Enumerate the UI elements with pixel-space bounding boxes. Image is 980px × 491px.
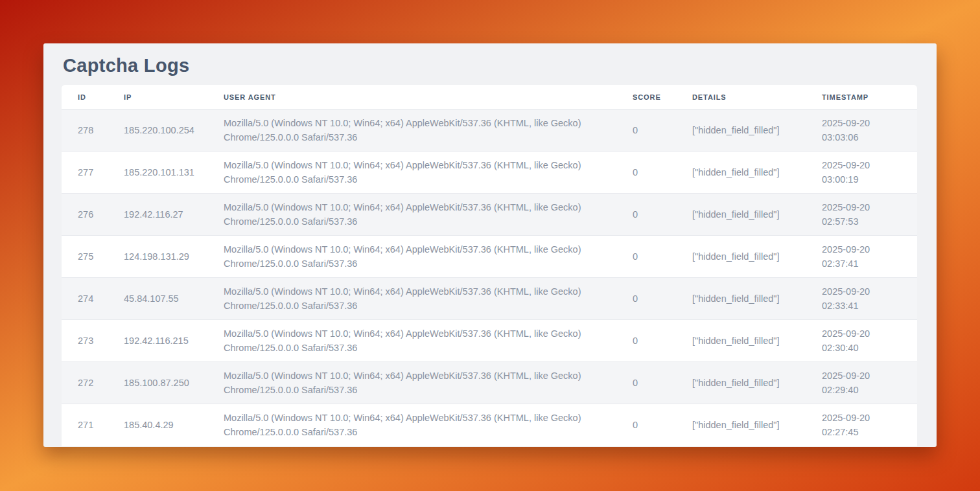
- cell-user-agent: Mozilla/5.0 (Windows NT 10.0; Win64; x64…: [207, 404, 616, 446]
- cell-timestamp: 2025-09-20 02:29:40: [806, 362, 917, 404]
- cell-id: 278: [62, 109, 108, 152]
- page-background: { "page": { "title": "Captcha Logs" }, "…: [0, 0, 980, 491]
- cell-score: 0: [616, 278, 676, 320]
- cell-id: 276: [62, 194, 108, 236]
- cell-details: ["hidden_field_filled"]: [676, 194, 806, 236]
- cell-details: ["hidden_field_filled"]: [676, 278, 806, 320]
- cell-ip: 124.198.131.29: [108, 236, 207, 278]
- cell-id: 271: [62, 404, 108, 446]
- column-header-id: ID: [62, 85, 108, 109]
- table-header-row: ID IP USER AGENT SCORE DETAILS TIMESTAMP: [62, 85, 917, 109]
- cell-details: ["hidden_field_filled"]: [676, 152, 806, 194]
- cell-user-agent: Mozilla/5.0 (Windows NT 10.0; Win64; x64…: [207, 236, 616, 278]
- cell-ip: 45.84.107.55: [108, 278, 207, 320]
- cell-timestamp: 2025-09-20 02:33:41: [806, 278, 917, 320]
- table-row: 277185.220.101.131Mozilla/5.0 (Windows N…: [62, 152, 917, 194]
- cell-details: ["hidden_field_filled"]: [676, 362, 806, 404]
- cell-ip: 185.100.87.250: [108, 362, 207, 404]
- cell-score: 0: [616, 236, 676, 278]
- cell-ip: 192.42.116.27: [108, 194, 207, 236]
- cell-user-agent: Mozilla/5.0 (Windows NT 10.0; Win64; x64…: [207, 109, 616, 152]
- table-row: 276192.42.116.27Mozilla/5.0 (Windows NT …: [62, 194, 917, 236]
- cell-score: 0: [616, 404, 676, 446]
- cell-score: 0: [616, 194, 676, 236]
- table-row: 275124.198.131.29Mozilla/5.0 (Windows NT…: [62, 236, 917, 278]
- table-row: 272185.100.87.250Mozilla/5.0 (Windows NT…: [62, 362, 917, 404]
- column-header-user-agent: USER AGENT: [207, 85, 616, 109]
- table-row: 27445.84.107.55Mozilla/5.0 (Windows NT 1…: [62, 278, 917, 320]
- cell-ip: 192.42.116.215: [108, 320, 207, 362]
- table-header: ID IP USER AGENT SCORE DETAILS TIMESTAMP: [62, 85, 917, 109]
- cell-score: 0: [616, 109, 676, 152]
- cell-user-agent: Mozilla/5.0 (Windows NT 10.0; Win64; x64…: [207, 320, 616, 362]
- log-table-body: 278185.220.100.254Mozilla/5.0 (Windows N…: [62, 109, 917, 446]
- cell-user-agent: Mozilla/5.0 (Windows NT 10.0; Win64; x64…: [207, 194, 616, 236]
- column-header-ip: IP: [108, 85, 207, 109]
- cell-details: ["hidden_field_filled"]: [676, 320, 806, 362]
- cell-score: 0: [616, 362, 676, 404]
- cell-id: 272: [62, 362, 108, 404]
- captcha-logs-card: Captcha Logs ID IP USER AGENT SCORE DETA…: [43, 43, 937, 447]
- cell-id: 274: [62, 278, 108, 320]
- cell-score: 0: [616, 152, 676, 194]
- cell-timestamp: 2025-09-20 02:30:40: [806, 320, 917, 362]
- cell-timestamp: 2025-09-20 02:57:53: [806, 194, 917, 236]
- cell-ip: 185.220.101.131: [108, 152, 207, 194]
- cell-timestamp: 2025-09-20 03:03:06: [806, 109, 917, 152]
- cell-details: ["hidden_field_filled"]: [676, 109, 806, 152]
- cell-timestamp: 2025-09-20 03:00:19: [806, 152, 917, 194]
- page-title: Captcha Logs: [62, 43, 918, 85]
- captcha-logs-table: ID IP USER AGENT SCORE DETAILS TIMESTAMP…: [62, 85, 917, 446]
- cell-score: 0: [616, 320, 676, 362]
- table-row: 278185.220.100.254Mozilla/5.0 (Windows N…: [62, 109, 917, 152]
- column-header-timestamp: TIMESTAMP: [806, 85, 917, 109]
- cell-timestamp: 2025-09-20 02:37:41: [806, 236, 917, 278]
- cell-user-agent: Mozilla/5.0 (Windows NT 10.0; Win64; x64…: [207, 278, 616, 320]
- cell-timestamp: 2025-09-20 02:27:45: [806, 404, 917, 446]
- column-header-score: SCORE: [616, 85, 676, 109]
- column-header-details: DETAILS: [676, 85, 806, 109]
- cell-id: 277: [62, 152, 108, 194]
- cell-ip: 185.220.100.254: [108, 109, 207, 152]
- table-row: 271185.40.4.29Mozilla/5.0 (Windows NT 10…: [62, 404, 917, 446]
- cell-id: 275: [62, 236, 108, 278]
- cell-details: ["hidden_field_filled"]: [676, 236, 806, 278]
- cell-id: 273: [62, 320, 108, 362]
- cell-details: ["hidden_field_filled"]: [676, 404, 806, 446]
- cell-user-agent: Mozilla/5.0 (Windows NT 10.0; Win64; x64…: [207, 152, 616, 194]
- cell-user-agent: Mozilla/5.0 (Windows NT 10.0; Win64; x64…: [207, 362, 616, 404]
- table-row: 273192.42.116.215Mozilla/5.0 (Windows NT…: [62, 320, 917, 362]
- cell-ip: 185.40.4.29: [108, 404, 207, 446]
